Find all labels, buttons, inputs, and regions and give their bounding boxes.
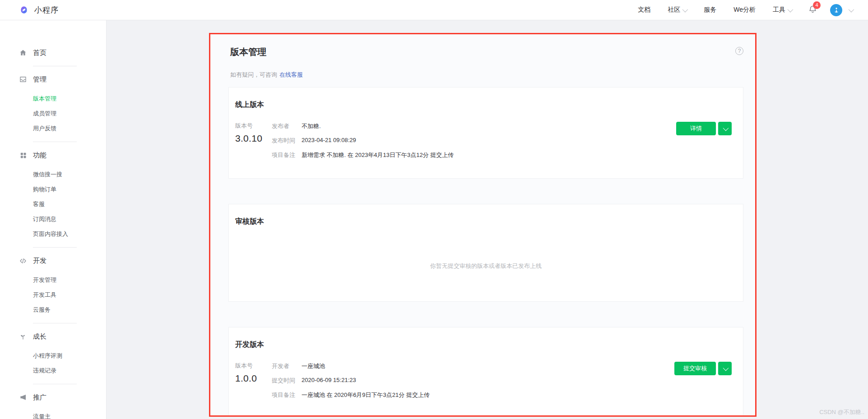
details-button[interactable]: 详情: [676, 122, 716, 135]
submit-review-button[interactable]: 提交审核: [674, 362, 716, 375]
sidebar-item-dev-management[interactable]: 开发管理: [0, 272, 106, 287]
megaphone-icon: [19, 393, 27, 401]
sidebar-section-development[interactable]: 开发: [0, 253, 106, 268]
help-note-text: 如有疑问，可咨询: [230, 71, 277, 78]
field-label: 项目备注: [272, 151, 302, 159]
miniprogram-logo-icon: [18, 4, 30, 16]
sidebar-item-version-management[interactable]: 版本管理: [0, 91, 106, 106]
avatar-graphic-icon: [833, 6, 840, 14]
review-version-card: 审核版本 你暂无提交审核的版本或者版本已发布上线: [228, 204, 743, 302]
field-row: 发布者 不加糖.: [272, 122, 671, 130]
sidebar-section-manage[interactable]: 管理: [0, 72, 106, 87]
grid-icon: [19, 151, 27, 159]
field-row: 项目备注 新增需求 不加糖. 在 2023年4月13日下午3点12分 提交上传: [272, 151, 671, 159]
top-header: 小程序 文档 社区 服务 We分析 工具 4: [0, 0, 868, 20]
sidebar-section-features[interactable]: 功能: [0, 148, 106, 162]
sidebar-divider: [33, 66, 77, 66]
help-note: 如有疑问，可咨询在线客服: [228, 71, 743, 79]
csdn-watermark: CSDN @不加糖..: [819, 408, 864, 416]
nav-label: 工具: [773, 6, 785, 14]
field-label: 发布时间: [272, 137, 302, 145]
chevron-down-icon: [723, 365, 729, 371]
sidebar-divider: [33, 247, 77, 248]
sidebar-group: 微信搜一搜 购物订单 客服 订阅消息 页面内容接入: [0, 167, 106, 241]
chevron-down-icon: [682, 6, 688, 12]
sidebar: 首页 管理 版本管理 成员管理 用户反馈: [0, 20, 107, 419]
field-label: 开发者: [272, 362, 302, 370]
field-label: 提交时间: [272, 377, 302, 385]
sidebar-item-violation-records[interactable]: 违规记录: [0, 363, 106, 378]
submit-review-dropdown-button[interactable]: [718, 362, 732, 375]
sidebar-item-user-feedback[interactable]: 用户反馈: [0, 121, 106, 136]
online-version-title: 线上版本: [235, 100, 732, 110]
field-value: 2023-04-21 09:08:29: [302, 137, 356, 145]
sidebar-item-wechat-search[interactable]: 微信搜一搜: [0, 167, 106, 182]
sidebar-divider: [33, 323, 77, 323]
inbox-tray-icon: [19, 75, 27, 83]
nav-item-community[interactable]: 社区: [668, 6, 687, 14]
sidebar-item-cloud-services[interactable]: 云服务: [0, 302, 106, 317]
nav-item-we-analytics[interactable]: We分析: [733, 6, 756, 14]
top-nav: 文档 社区 服务 We分析 工具 4: [621, 4, 853, 16]
sidebar-item-subscribe-messages[interactable]: 订阅消息: [0, 212, 106, 226]
field-value: 新增需求 不加糖. 在 2023年4月13日下午3点12分 提交上传: [302, 151, 454, 159]
details-dropdown-button[interactable]: [718, 122, 732, 135]
field-label: 发布者: [272, 122, 302, 130]
brand-name: 小程序: [34, 5, 59, 15]
field-row: 提交时间 2020-06-09 15:21:23: [272, 377, 669, 385]
sidebar-section-label: 推广: [33, 393, 46, 402]
avatar[interactable]: [830, 4, 842, 16]
chevron-down-icon: [788, 6, 794, 12]
nav-label: 服务: [704, 6, 716, 14]
home-icon: [19, 49, 27, 57]
sidebar-section-growth[interactable]: 成长: [0, 329, 106, 344]
code-brackets-icon: [19, 257, 27, 265]
review-version-title: 审核版本: [235, 217, 732, 226]
sidebar-item-customer-service[interactable]: 客服: [0, 197, 106, 212]
sidebar-item-home[interactable]: 首页: [0, 46, 106, 60]
sidebar-item-shopping-orders[interactable]: 购物订单: [0, 182, 106, 197]
field-row: 项目备注 一座城池 在 2020年6月9日下午3点21分 提交上传: [272, 391, 669, 399]
sidebar-section-label: 首页: [33, 49, 46, 57]
account-chevron-down-icon[interactable]: [849, 6, 854, 12]
nav-item-docs[interactable]: 文档: [638, 6, 650, 14]
version-management-panel: 版本管理 ? 如有疑问，可咨询在线客服 线上版本 版本号 3.0.10 发布者: [209, 33, 757, 417]
brand[interactable]: 小程序: [18, 4, 59, 16]
sidebar-item-ad-monetization[interactable]: 流量主: [0, 409, 106, 419]
review-empty-state: 你暂无提交审核的版本或者版本已发布上线: [229, 262, 743, 270]
field-label: 项目备注: [272, 391, 302, 399]
sidebar-section-promotion[interactable]: 推广: [0, 390, 106, 405]
sidebar-section-label: 成长: [33, 332, 46, 341]
sidebar-item-page-content-access[interactable]: 页面内容接入: [0, 226, 106, 241]
notifications-button[interactable]: 4: [808, 5, 817, 16]
sidebar-group: 小程序评测 违规记录: [0, 348, 106, 378]
version-number-label: 版本号: [235, 362, 272, 370]
sidebar-group: 流量主: [0, 409, 106, 419]
nav-item-services[interactable]: 服务: [704, 6, 716, 14]
sidebar-divider: [33, 142, 77, 142]
dev-version-card: 开发版本 版本号 1.0.0 开发者 一座城池 提交时间 2020-06-0: [228, 327, 743, 417]
online-support-link[interactable]: 在线客服: [279, 71, 303, 78]
sidebar-group: 版本管理 成员管理 用户反馈: [0, 91, 106, 136]
sidebar-item-miniprogram-evaluation[interactable]: 小程序评测: [0, 348, 106, 363]
version-number-label: 版本号: [235, 122, 272, 130]
nav-label: We分析: [733, 6, 756, 14]
field-row: 开发者 一座城池: [272, 362, 669, 370]
online-version-card: 线上版本 版本号 3.0.10 发布者 不加糖. 发布时间 2023-04-2: [228, 87, 743, 179]
chevron-down-icon: [723, 125, 729, 131]
sidebar-item-dev-tools[interactable]: 开发工具: [0, 287, 106, 302]
help-question-icon[interactable]: ?: [735, 47, 743, 55]
field-value: 一座城池: [302, 362, 325, 370]
nav-item-tools[interactable]: 工具: [773, 6, 792, 14]
field-row: 发布时间 2023-04-21 09:08:29: [272, 137, 671, 145]
sidebar-item-member-management[interactable]: 成员管理: [0, 106, 106, 121]
nav-label: 社区: [668, 6, 680, 14]
dev-version-title: 开发版本: [235, 340, 732, 350]
version-number-value: 3.0.10: [235, 133, 272, 144]
notification-badge: 4: [813, 1, 821, 9]
field-value: 2020-06-09 15:21:23: [302, 377, 356, 385]
sprout-icon: [19, 332, 27, 341]
nav-label: 文档: [638, 6, 650, 14]
sidebar-group: 开发管理 开发工具 云服务: [0, 272, 106, 317]
field-value: 一座城池 在 2020年6月9日下午3点21分 提交上传: [302, 391, 430, 399]
